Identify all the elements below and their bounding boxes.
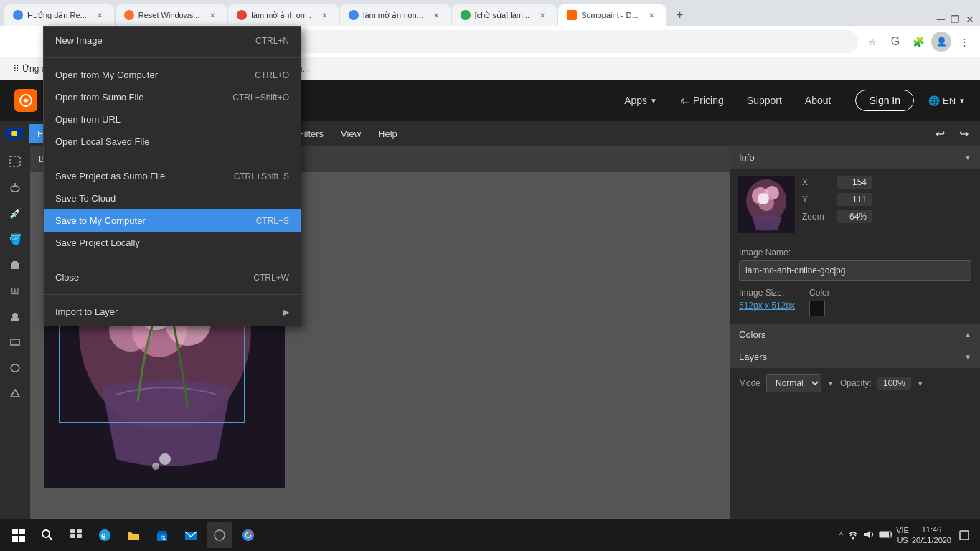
polygon-tool[interactable] bbox=[3, 382, 27, 406]
taskbar-mail-icon[interactable] bbox=[178, 522, 204, 548]
lasso-tool[interactable] bbox=[3, 175, 27, 199]
menu-new-image[interactable]: New Image CTRL+N bbox=[44, 29, 301, 52]
redo-button[interactable]: ↪ bbox=[953, 124, 974, 143]
taskbar-store-icon[interactable]: 🛍 bbox=[149, 522, 175, 548]
file-menu-section-4: Close CTRL+W bbox=[44, 263, 301, 291]
eraser-tool[interactable] bbox=[3, 253, 27, 277]
image-size-label: Image Size: bbox=[739, 288, 795, 298]
svg-text:🛍: 🛍 bbox=[161, 534, 166, 541]
tab-close-5[interactable]: ✕ bbox=[537, 9, 548, 21]
back-button[interactable]: ← bbox=[6, 32, 26, 52]
image-name-label: Image Name: bbox=[739, 248, 971, 258]
image-size-value[interactable]: 512px x 512px bbox=[739, 301, 795, 311]
info-content: X 154 Y 111 Zoom 64% bbox=[730, 169, 980, 240]
menu-help[interactable]: Help bbox=[369, 124, 406, 143]
colors-panel-header[interactable]: Colors ▲ bbox=[730, 324, 980, 346]
bookmark-button[interactable]: ☆ bbox=[862, 32, 882, 52]
tab-close-3[interactable]: ✕ bbox=[319, 9, 330, 21]
language-indicator[interactable]: VIE US bbox=[896, 525, 909, 546]
menu-open-local[interactable]: Open Local Saved File bbox=[44, 131, 301, 153]
language-button[interactable]: 🌐 EN ▼ bbox=[928, 95, 966, 106]
ellipse-tool[interactable] bbox=[3, 356, 27, 380]
taskbar-network-icon[interactable] bbox=[207, 522, 232, 548]
info-panel-header[interactable]: Info ▼ bbox=[730, 146, 980, 169]
nav-apps[interactable]: Apps ▼ bbox=[614, 90, 667, 110]
tab-2[interactable]: Reset Windows... ✕ bbox=[116, 4, 227, 26]
tab-close-4[interactable]: ✕ bbox=[430, 9, 442, 21]
nav-about[interactable]: About bbox=[795, 90, 842, 110]
color-swatch[interactable] bbox=[809, 301, 825, 316]
tab-title-5: [chờ sửa] làm... bbox=[475, 11, 529, 20]
svg-point-51 bbox=[246, 533, 250, 537]
tab-favicon-3 bbox=[237, 10, 247, 20]
tab-6[interactable]: Sumopaint - D... ✕ bbox=[558, 4, 665, 26]
menu-save-sumo[interactable]: Save Project as Sumo File CTRL+Shift+S bbox=[44, 165, 301, 187]
close-window-button[interactable]: ✕ bbox=[966, 14, 974, 25]
fill-tool[interactable]: 🪣 bbox=[3, 227, 27, 251]
mode-select[interactable]: Normal bbox=[766, 374, 821, 392]
info-title: Info bbox=[739, 152, 755, 163]
translate-button[interactable]: G bbox=[885, 32, 905, 52]
notification-button[interactable] bbox=[954, 525, 974, 545]
taskbar-folder-icon[interactable] bbox=[121, 522, 146, 548]
undo-button[interactable]: ↩ bbox=[930, 124, 951, 143]
tab-1[interactable]: Hướng dẫn Re... ✕ bbox=[4, 4, 114, 26]
eyedropper-tool[interactable]: 💉 bbox=[3, 201, 27, 225]
opacity-dropdown-icon: ▼ bbox=[917, 380, 924, 387]
browser-tabs: Hướng dẫn Re... ✕ Reset Windows... ✕ làm… bbox=[4, 4, 931, 26]
tab-3[interactable]: làm mờ ảnh on... ✕ bbox=[228, 4, 339, 26]
layers-panel-header[interactable]: Layers ▼ bbox=[730, 346, 980, 368]
taskbar-ie-icon[interactable]: e bbox=[92, 522, 118, 548]
menu-open-url[interactable]: Open from URL bbox=[44, 108, 301, 131]
tab-bar: Hướng dẫn Re... ✕ Reset Windows... ✕ làm… bbox=[0, 0, 980, 26]
profile-button[interactable]: 👤 bbox=[931, 32, 951, 52]
menu-open-sumo[interactable]: Open from Sumo File CTRL+Shift+O bbox=[44, 86, 301, 108]
volume-icon[interactable] bbox=[863, 529, 875, 542]
taskbar: e 🛍 ^ bbox=[0, 519, 980, 551]
mode-dropdown-icon: ▼ bbox=[827, 380, 834, 387]
menu-save-computer[interactable]: Save to My Computer CTRL+S bbox=[44, 209, 301, 232]
file-menu-section-1: New Image CTRL+N bbox=[44, 27, 301, 55]
stamp-tool[interactable] bbox=[3, 304, 27, 329]
menu-view[interactable]: View bbox=[332, 124, 369, 143]
new-tab-button[interactable]: + bbox=[670, 5, 690, 25]
show-hidden-icons[interactable]: ^ bbox=[839, 531, 843, 540]
network-icon[interactable] bbox=[847, 529, 859, 542]
menu-save-cloud[interactable]: Save To Cloud bbox=[44, 187, 301, 209]
menu-save-locally[interactable]: Save Project Locally bbox=[44, 232, 301, 254]
maximize-button[interactable]: ❐ bbox=[951, 14, 960, 25]
svg-rect-57 bbox=[960, 531, 969, 540]
grid-tool[interactable]: ⊞ bbox=[3, 278, 27, 303]
extensions-button[interactable]: 🧩 bbox=[908, 32, 928, 52]
tab-close-6[interactable]: ✕ bbox=[646, 9, 657, 21]
task-view-button[interactable] bbox=[63, 522, 89, 548]
sign-in-button[interactable]: Sign In bbox=[855, 90, 914, 111]
x-label: X bbox=[802, 177, 831, 187]
taskbar-chrome-icon[interactable] bbox=[235, 522, 261, 548]
image-name-input[interactable] bbox=[739, 260, 971, 281]
tab-favicon-6 bbox=[567, 10, 577, 20]
menu-button[interactable]: ⋮ bbox=[954, 32, 974, 52]
y-label: Y bbox=[802, 194, 831, 204]
rectangle-tool[interactable] bbox=[3, 330, 27, 354]
nav-pricing[interactable]: 🏷 Pricing bbox=[670, 90, 734, 110]
menu-open-computer[interactable]: Open from My Computer CTRL+O bbox=[44, 64, 301, 86]
logo-icon bbox=[14, 89, 37, 112]
tab-5[interactable]: [chờ sửa] làm... ✕ bbox=[452, 4, 557, 26]
start-button[interactable] bbox=[6, 522, 32, 548]
minimize-button[interactable]: ─ bbox=[937, 13, 945, 26]
svg-rect-40 bbox=[70, 534, 75, 538]
nav-support[interactable]: Support bbox=[737, 90, 792, 110]
clock-date: 20/11/2020 bbox=[912, 535, 951, 546]
divider-3 bbox=[44, 260, 301, 260]
menu-close[interactable]: Close CTRL+W bbox=[44, 266, 301, 288]
tab-close-1[interactable]: ✕ bbox=[94, 9, 105, 21]
selection-tool[interactable] bbox=[3, 149, 27, 174]
menu-import-layer[interactable]: Import to Layer ▶ bbox=[44, 301, 301, 323]
image-size-group: Image Size: 512px x 512px bbox=[739, 288, 795, 316]
tab-close-2[interactable]: ✕ bbox=[207, 9, 218, 21]
zoom-row: Zoom 64% bbox=[802, 210, 973, 223]
svg-rect-11 bbox=[11, 339, 19, 345]
search-button[interactable] bbox=[34, 522, 60, 548]
tab-4[interactable]: làm mờ ảnh on... ✕ bbox=[340, 4, 451, 26]
